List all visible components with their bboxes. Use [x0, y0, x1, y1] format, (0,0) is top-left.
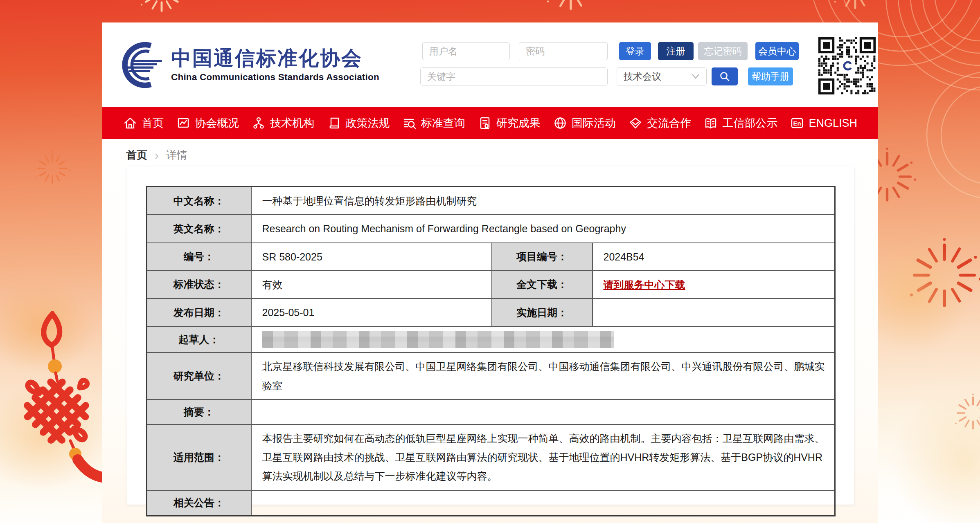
table-row: 摘要： [147, 400, 835, 424]
field-label: 英文名称： [147, 215, 251, 242]
forgot-password-button[interactable]: 忘记密码 [698, 42, 748, 60]
project-number-value: 2024B54 [593, 243, 835, 271]
orange-blob [892, 388, 980, 523]
breadcrumb: 首页 › 详情 [126, 148, 187, 162]
logo-link[interactable]: 中国通信标准化协会 China Communications Standards… [115, 40, 379, 90]
field-label: 编号： [147, 243, 251, 271]
field-label: 相关公告： [147, 490, 251, 516]
field-label: 起草人： [147, 326, 251, 352]
nav-item-policies-regulations[interactable]: 政策法规 [327, 116, 390, 130]
table-row: 英文名称： Research on Routing Mechanism of F… [147, 215, 835, 242]
breadcrumb-current: 详情 [166, 148, 187, 162]
nav-item-english[interactable]: En ENGLISH [790, 116, 857, 130]
field-label: 标准状态： [147, 271, 251, 299]
field-label: 研究单位： [147, 352, 251, 400]
table-row: 标准状态： 有效 全文下载： 请到服务中心下载 [147, 271, 835, 299]
nav-item-international-activities[interactable]: 国际活动 [553, 116, 616, 130]
doc-seal-icon [478, 116, 492, 130]
publish-date-value: 2025-05-01 [251, 299, 492, 326]
research-units-value: 北京星移联信科技发展有限公司、中国卫星网络集团有限公司、中国移动通信集团有限公司… [251, 352, 835, 400]
nav-item-miit-announcements[interactable]: 工信部公示 [703, 116, 777, 130]
download-link[interactable]: 请到服务中心下载 [604, 279, 685, 290]
handshake-icon [628, 116, 643, 130]
nav-label: 政策法规 [345, 116, 390, 130]
site-subtitle: China Communications Standards Associati… [171, 72, 379, 83]
field-label: 实施日期： [492, 299, 593, 326]
nav-label: 协会概况 [195, 116, 239, 130]
page-root: 中国通信标准化协会 China Communications Standards… [0, 0, 980, 523]
chinese-knot-decoration [0, 311, 110, 487]
keyword-search-input[interactable] [420, 67, 608, 85]
scope-value: 本报告主要研究如何在高动态的低轨巨型星座网络上实现一种简单、高效的路由机制。主要… [251, 424, 835, 490]
chart-icon [176, 116, 191, 130]
standard-number-value: SR 580-2025 [251, 243, 492, 271]
chinese-name-value: 一种基于地理位置信息的转发矩形路由机制研究 [251, 187, 835, 215]
home-icon [123, 116, 137, 130]
member-center-button[interactable]: 会员中心 [755, 42, 799, 60]
standard-detail-table: 中文名称： 一种基于地理位置信息的转发矩形路由机制研究 英文名称： Resear… [146, 186, 836, 516]
search-category-select[interactable]: 技术会议 [617, 67, 707, 85]
implement-date-value [593, 299, 835, 326]
nav-item-association-overview[interactable]: 协会概况 [176, 116, 239, 130]
login-button[interactable]: 登录 [619, 42, 651, 60]
nav-label: 国际活动 [572, 116, 616, 130]
drafters-cell [251, 326, 835, 352]
abstract-value [251, 400, 835, 424]
nav-item-research-results[interactable]: 研究成果 [478, 116, 541, 130]
search-doc-icon [402, 116, 417, 130]
nav-item-technical-organizations[interactable]: 技术机构 [251, 116, 314, 130]
status-value: 有效 [251, 271, 492, 299]
en-icon: En [790, 116, 804, 130]
site-title: 中国通信标准化协会 [171, 47, 379, 70]
detail-card: 中文名称： 一种基于地理位置信息的转发矩形路由机制研究 英文名称： Resear… [127, 167, 854, 505]
table-row: 相关公告： [147, 490, 835, 516]
search-button[interactable] [712, 67, 738, 85]
field-label: 发布日期： [147, 299, 251, 326]
related-announcements-value [251, 490, 835, 516]
org-icon [251, 116, 266, 130]
nav-item-home[interactable]: 首页 [123, 116, 164, 130]
nav-label: ENGLISH [809, 117, 857, 130]
field-label: 适用范围： [147, 424, 251, 490]
breadcrumb-home-link[interactable]: 首页 [126, 148, 147, 162]
help-manual-button[interactable]: 帮助手册 [748, 67, 793, 85]
content-area: 首页 › 详情 中文名称： 一种基于地理位置信息的转发矩形路由机制研究 英文名称… [102, 139, 878, 523]
nav-label: 首页 [142, 116, 164, 130]
ccsa-logo-icon [115, 40, 165, 90]
qr-code-image [818, 37, 876, 94]
breadcrumb-separator-icon: › [155, 148, 159, 162]
password-input[interactable] [519, 42, 608, 60]
username-input[interactable] [422, 42, 510, 60]
logo-text: 中国通信标准化协会 China Communications Standards… [171, 47, 379, 83]
nav-label: 交流合作 [647, 116, 691, 130]
qr-code [818, 37, 876, 94]
table-row: 起草人： [147, 326, 835, 352]
nav-item-exchange-cooperation[interactable]: 交流合作 [628, 116, 691, 130]
header-panel: 中国通信标准化协会 China Communications Standards… [102, 22, 878, 107]
orange-blob [0, 282, 94, 372]
book-icon [327, 116, 341, 130]
table-row: 编号： SR 580-2025 项目编号： 2024B54 [147, 243, 835, 271]
table-row: 发布日期： 2025-05-01 实施日期： [147, 299, 835, 326]
nav-label: 技术机构 [270, 116, 314, 130]
search-icon [719, 71, 730, 82]
nav-label: 标准查询 [421, 116, 465, 130]
field-label: 摘要： [147, 400, 251, 424]
search-category-value: 技术会议 [624, 70, 661, 83]
nav-item-standards-search[interactable]: 标准查询 [402, 116, 465, 130]
field-label: 全文下载： [492, 271, 593, 299]
main-navigation: 首页 协会概况 技术机构 政策法规 标准查询 研究成果 国际活动 交流合作 [102, 107, 878, 139]
chevron-down-icon [692, 74, 700, 79]
orange-blob [0, 384, 106, 491]
table-row: 中文名称： 一种基于地理位置信息的转发矩形路由机制研究 [147, 187, 835, 215]
svg-text:En: En [793, 120, 801, 127]
register-button[interactable]: 注册 [658, 42, 694, 60]
english-name-value: Research on Routing Mechanism of Forward… [251, 215, 835, 242]
nav-label: 研究成果 [496, 116, 541, 130]
field-label: 中文名称： [147, 187, 251, 215]
table-row: 研究单位： 北京星移联信科技发展有限公司、中国卫星网络集团有限公司、中国移动通信… [147, 352, 835, 400]
open-book-icon [703, 116, 718, 130]
field-label: 项目编号： [492, 243, 593, 271]
globe-icon [553, 116, 568, 130]
redacted-drafters-mosaic [262, 331, 614, 348]
